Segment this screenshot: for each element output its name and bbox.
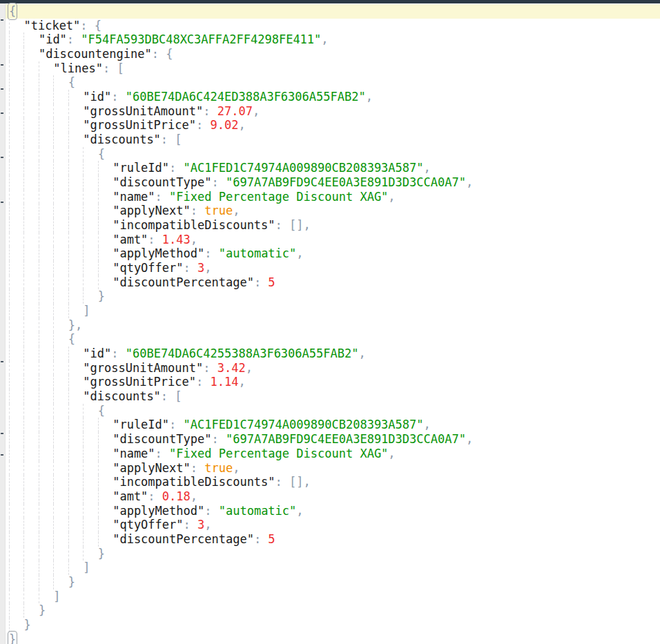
code-line[interactable]: "discountType": "697A7AB9FD9C4EE0A3E891D… xyxy=(5,432,660,447)
code-line[interactable]: } xyxy=(5,547,660,561)
code-line[interactable]: "incompatibleDiscounts": [], xyxy=(5,218,660,233)
code-line[interactable]: ] xyxy=(5,560,660,575)
code-line[interactable]: }, xyxy=(5,318,660,333)
code-line[interactable]: } xyxy=(5,289,660,304)
code-line[interactable]: "grossUnitAmount": 27.07, xyxy=(5,104,660,119)
indent-guide xyxy=(68,518,83,532)
code-line[interactable]: "ruleId": "AC1FED1C74974A009890CB208393A… xyxy=(5,418,660,432)
code-text: "discountType": "697A7AB9FD9C4EE0A3E891D… xyxy=(113,175,473,190)
indent-guide xyxy=(68,175,83,190)
code-line[interactable]: "ticket": { xyxy=(5,19,660,33)
indent-guide xyxy=(53,90,68,104)
code-line[interactable]: } xyxy=(5,618,660,632)
code-line[interactable]: ] xyxy=(5,589,660,604)
code-line[interactable]: "lines": [ xyxy=(5,61,660,76)
indent-guide xyxy=(53,404,68,418)
code-text: "applyNext": true, xyxy=(113,204,240,218)
code-line[interactable]: "applyMethod": "automatic", xyxy=(5,246,660,261)
code-text: "lines": [ xyxy=(53,61,124,76)
indent-guide xyxy=(23,90,38,104)
indent-guide xyxy=(98,261,113,275)
code-line[interactable]: "applyNext": true, xyxy=(5,204,660,218)
json-editor[interactable]: {"ticket": {"id": "F54FA593DBC48XC3AFFA2… xyxy=(0,3,660,644)
indent-guide xyxy=(23,32,38,47)
code-text: "grossUnitAmount": 27.07, xyxy=(83,104,260,119)
code-line[interactable]: "ruleId": "AC1FED1C74974A009890CB208393A… xyxy=(5,161,660,175)
json-punctuation: } xyxy=(98,547,105,560)
indent-guide xyxy=(23,461,38,476)
code-line[interactable]: ] xyxy=(5,304,660,318)
code-line[interactable]: "name": "Fixed Percentage Discount XAG", xyxy=(5,447,660,461)
indent-guide xyxy=(53,447,68,461)
code-line[interactable]: { xyxy=(5,404,660,418)
json-punctuation: , xyxy=(233,461,240,475)
code-line[interactable]: "applyMethod": "automatic", xyxy=(5,504,660,518)
code-line[interactable]: "discountPercentage": 5 xyxy=(5,532,660,547)
indent-guide xyxy=(53,347,68,361)
code-line[interactable]: "id": "F54FA593DBC48XC3AFFA2FF4298FE411"… xyxy=(5,32,660,47)
json-key: "qtyOffer" xyxy=(113,261,183,275)
code-line[interactable]: "id": "60BE74DA6C4255388A3F6306A55FAB2", xyxy=(5,347,660,361)
code-text: "qtyOffer": 3, xyxy=(113,261,211,275)
indent-guide xyxy=(39,418,53,432)
code-line[interactable]: { xyxy=(5,4,660,19)
json-key: "ticket" xyxy=(23,19,80,32)
code-line[interactable]: { xyxy=(5,332,660,347)
indent-guide xyxy=(9,304,23,318)
json-key: "grossUnitAmount" xyxy=(83,361,203,375)
code-line[interactable]: "discountengine": { xyxy=(5,47,660,61)
json-punctuation: , xyxy=(204,518,211,531)
indent-guide xyxy=(39,289,53,304)
code-line[interactable]: "applyNext": true, xyxy=(5,461,660,476)
indent-guide xyxy=(23,418,38,432)
indent-guide xyxy=(9,432,23,447)
code-line[interactable]: "qtyOffer": 3, xyxy=(5,261,660,275)
code-line[interactable]: "discountPercentage": 5 xyxy=(5,275,660,290)
json-string-value: "697A7AB9FD9C4EE0A3E891D3D3CCA0A7" xyxy=(226,432,466,446)
code-text: { xyxy=(68,75,75,90)
code-line[interactable]: "discounts": [ xyxy=(5,133,660,147)
indent-guide xyxy=(9,190,23,204)
code-line[interactable]: "grossUnitPrice": 1.14, xyxy=(5,375,660,389)
indent-guide xyxy=(83,475,97,489)
indent-guide xyxy=(39,332,53,347)
code-line[interactable]: { xyxy=(5,75,660,90)
code-line[interactable]: } xyxy=(5,575,660,589)
code-text: ] xyxy=(53,589,60,604)
indent-guide xyxy=(9,90,23,104)
code-text: "incompatibleDiscounts": [], xyxy=(113,475,311,489)
indent-guide xyxy=(23,246,38,261)
indent-guide xyxy=(53,375,68,389)
code-line[interactable]: { xyxy=(5,147,660,162)
code-line[interactable]: "discounts": [ xyxy=(5,389,660,404)
code-line[interactable]: } xyxy=(5,632,660,644)
indent-guide xyxy=(98,233,113,247)
indent-guide xyxy=(68,104,83,119)
code-area[interactable]: {"ticket": {"id": "F54FA593DBC48XC3AFFA2… xyxy=(5,3,660,644)
indent-guide xyxy=(83,547,97,561)
indent-guide xyxy=(9,589,23,604)
indent-guide xyxy=(23,361,38,375)
json-punctuation: , xyxy=(191,233,197,246)
code-text: "incompatibleDiscounts": [], xyxy=(113,218,311,233)
code-line[interactable]: "grossUnitPrice": 9.02, xyxy=(5,118,660,133)
code-line[interactable]: } xyxy=(5,603,660,618)
indent-guide xyxy=(53,246,68,261)
indent-guide xyxy=(83,461,97,476)
indent-guide xyxy=(9,32,23,47)
code-line[interactable]: "discountType": "697A7AB9FD9C4EE0A3E891D… xyxy=(5,175,660,190)
code-line[interactable]: "amt": 1.43, xyxy=(5,233,660,247)
code-line[interactable]: "grossUnitAmount": 3.42, xyxy=(5,361,660,375)
indent-guide xyxy=(83,289,97,304)
code-line[interactable]: "id": "60BE74DA6C424ED388A3F6306A55FAB2"… xyxy=(5,90,660,104)
code-line[interactable]: "qtyOffer": 3, xyxy=(5,518,660,532)
code-line[interactable]: "name": "Fixed Percentage Discount XAG", xyxy=(5,190,660,204)
json-boolean-value: true xyxy=(204,461,233,475)
indent-guide xyxy=(39,75,53,90)
indent-guide xyxy=(9,447,23,461)
json-punctuation: ] xyxy=(83,304,90,318)
indent-guide xyxy=(9,47,23,61)
code-line[interactable]: "incompatibleDiscounts": [], xyxy=(5,475,660,489)
code-line[interactable]: "amt": 0.18, xyxy=(5,489,660,504)
code-text: "ruleId": "AC1FED1C74974A009890CB208393A… xyxy=(113,161,431,175)
